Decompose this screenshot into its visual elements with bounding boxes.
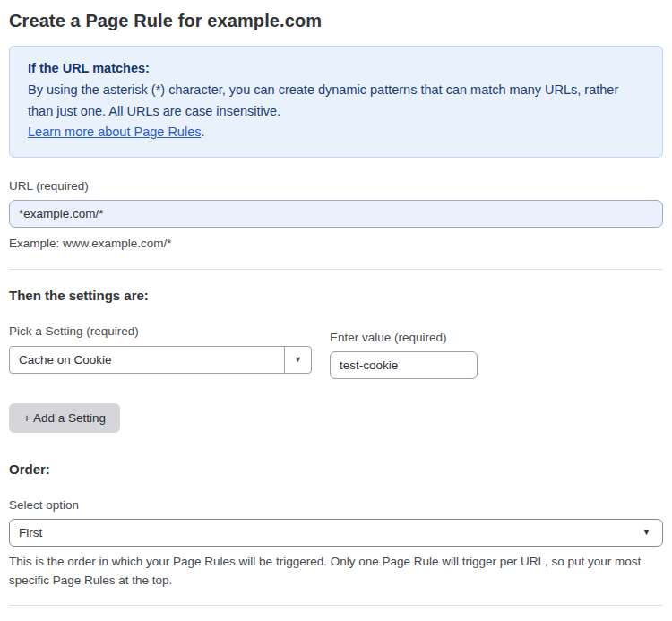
info-box-link-line: Learn more about Page Rules. <box>28 122 644 142</box>
setting-dropdown[interactable]: Cache on Cookie ▼ <box>9 346 312 374</box>
url-input[interactable] <box>9 200 663 228</box>
order-select-label: Select option <box>9 498 663 512</box>
section-divider <box>9 269 663 270</box>
settings-section-heading: Then the settings are: <box>9 288 663 303</box>
add-setting-button[interactable]: + Add a Setting <box>9 403 120 433</box>
order-helper-text: This is the order in which your Page Rul… <box>9 553 654 591</box>
page-title: Create a Page Rule for example.com <box>9 11 663 31</box>
info-box-body: By using the asterisk (*) character, you… <box>28 80 644 122</box>
order-section-heading: Order: <box>9 461 663 477</box>
setting-picker-column: Pick a Setting (required) Cache on Cooki… <box>9 324 312 374</box>
setting-value-input[interactable] <box>330 351 478 379</box>
url-match-info-box: If the URL matches: By using the asteris… <box>9 46 663 158</box>
order-select[interactable]: First ▼ <box>9 519 663 547</box>
url-example-helper: Example: www.example.com/* <box>9 235 663 254</box>
learn-more-link[interactable]: Learn more about Page Rules <box>28 125 201 139</box>
setting-value-label: Enter value (required) <box>330 331 478 344</box>
link-suffix: . <box>201 125 204 139</box>
order-select-value: First <box>19 526 42 539</box>
chevron-down-icon: ▼ <box>294 355 302 364</box>
setting-dropdown-value: Cache on Cookie <box>10 347 284 373</box>
url-field-label: URL (required) <box>9 179 663 193</box>
setting-dropdown-arrow-button[interactable]: ▼ <box>284 347 311 373</box>
caret-down-icon: ▼ <box>642 528 650 537</box>
create-page-rule-form: Create a Page Rule for example.com If th… <box>0 0 672 621</box>
info-box-heading: If the URL matches: <box>28 58 644 79</box>
footer-divider <box>9 605 663 606</box>
settings-row: Pick a Setting (required) Cache on Cooki… <box>9 324 663 379</box>
setting-picker-label: Pick a Setting (required) <box>9 324 312 338</box>
setting-value-column: Enter value (required) <box>330 331 478 379</box>
